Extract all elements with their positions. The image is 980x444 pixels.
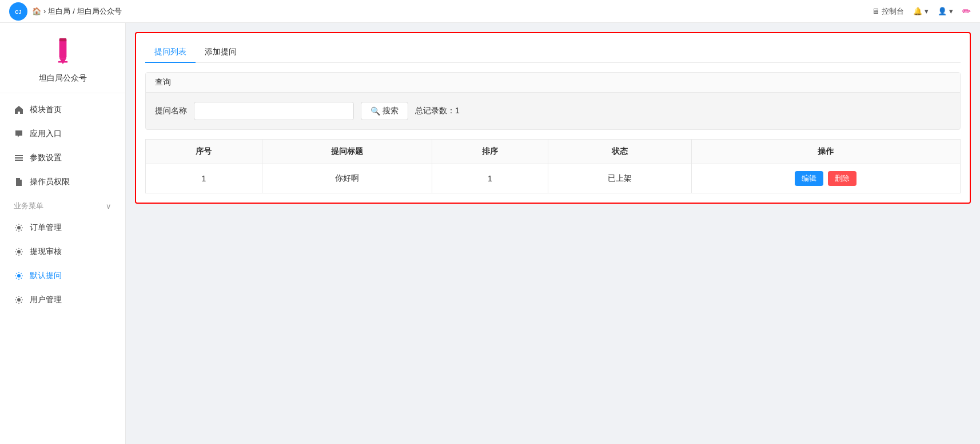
breadcrumb: 🏠 › 坦白局 / 坦白局公众号: [32, 6, 122, 17]
sidebar-item-label-withdraw: 提现审核: [30, 247, 62, 257]
header-left: CJ 🏠 › 坦白局 / 坦白局公众号: [9, 2, 122, 21]
breadcrumb-item-1[interactable]: 坦白局: [48, 6, 70, 17]
query-body: 提问名称 🔍 搜索 总记录数：1: [146, 93, 960, 129]
table-header: 序号 提问标题 排序 状态 操作: [146, 140, 961, 164]
col-status: 状态: [548, 140, 691, 164]
sidebar-item-label-user: 用户管理: [30, 295, 62, 305]
control-panel-btn[interactable]: 🖥 控制台: [872, 6, 904, 17]
sidebar-menu: 模块首页 应用入口 参数设置 操作员权限 业务菜: [0, 93, 125, 316]
sidebar-item-label-default-question: 默认提问: [30, 271, 62, 281]
col-title: 提问标题: [262, 140, 432, 164]
sidebar-item-params[interactable]: 参数设置: [0, 146, 125, 170]
cell-action: 编辑 删除: [691, 164, 960, 193]
svg-point-12: [17, 274, 21, 278]
sidebar-logo: 坦白局公众号: [0, 23, 125, 93]
cell-index: 1: [146, 164, 262, 193]
edit-btn[interactable]: ✏: [962, 5, 971, 18]
col-action: 操作: [691, 140, 960, 164]
total-count: 总记录数：1: [415, 106, 460, 116]
table-row: 1 你好啊 1 已上架 编辑 删除: [146, 164, 961, 193]
tab-add[interactable]: 添加提问: [196, 42, 246, 63]
search-icon: 🔍: [371, 106, 380, 116]
search-input[interactable]: [194, 102, 354, 120]
svg-point-11: [17, 250, 21, 253]
svg-text:CJ: CJ: [15, 9, 22, 15]
bell-icon: 🔔: [913, 7, 922, 15]
breadcrumb-item-2[interactable]: 坦白局公众号: [77, 6, 122, 17]
tab-list[interactable]: 提问列表: [145, 42, 196, 63]
sidebar: 坦白局公众号 模块首页 应用入口 参数设置: [0, 23, 126, 444]
sidebar-logo-text: 坦白局公众号: [39, 73, 87, 84]
name-label: 提问名称: [155, 106, 187, 116]
search-button[interactable]: 🔍 搜索: [361, 102, 408, 120]
pencil-logo-icon: [46, 34, 80, 69]
content-card: 提问列表 添加提问 查询 提问名称 🔍 搜索: [135, 32, 971, 204]
svg-rect-5: [15, 155, 23, 156]
sidebar-item-label-params: 参数设置: [30, 153, 62, 163]
tabs: 提问列表 添加提问: [145, 42, 961, 63]
logo-icon: CJ: [9, 2, 27, 21]
svg-point-13: [17, 298, 21, 302]
breadcrumb-icon: 🏠: [32, 7, 41, 15]
query-title: 查询: [155, 77, 171, 86]
notification-btn[interactable]: 🔔 ▾: [913, 7, 929, 15]
chevron-down-icon: ∨: [106, 202, 111, 211]
col-index: 序号: [146, 140, 262, 164]
svg-rect-4: [58, 61, 67, 63]
gear-icon-user: [14, 295, 24, 305]
section-label: 业务菜单: [14, 201, 43, 211]
content-area: 提问列表 添加提问 查询 提问名称 🔍 搜索: [126, 23, 980, 444]
sidebar-item-operator[interactable]: 操作员权限: [0, 170, 125, 194]
cell-title: 你好啊: [262, 164, 432, 193]
sidebar-item-default-question[interactable]: 默认提问: [0, 264, 125, 288]
data-table: 序号 提问标题 排序 状态 操作 1 你好啊 1 已上架 编辑: [145, 139, 961, 193]
sidebar-section-business: 业务菜单 ∨: [0, 194, 125, 216]
svg-point-10: [17, 226, 21, 229]
gear-icon-withdraw: [14, 247, 24, 257]
list-icon: [14, 153, 24, 163]
user-btn[interactable]: 👤 ▾: [938, 7, 953, 15]
delete-button[interactable]: 删除: [828, 171, 856, 186]
sidebar-item-user[interactable]: 用户管理: [0, 288, 125, 312]
table-body: 1 你好啊 1 已上架 编辑 删除: [146, 164, 961, 193]
sidebar-item-order[interactable]: 订单管理: [0, 216, 125, 240]
user-icon: 👤: [938, 7, 947, 15]
sidebar-item-withdraw[interactable]: 提现审核: [0, 240, 125, 264]
col-sort: 排序: [432, 140, 548, 164]
query-section: 查询 提问名称 🔍 搜索 总记录数：1: [145, 72, 961, 130]
main-layout: 坦白局公众号 模块首页 应用入口 参数设置: [0, 23, 980, 444]
gear-icon-order: [14, 223, 24, 233]
sidebar-item-home[interactable]: 模块首页: [0, 98, 125, 122]
cell-status: 已上架: [548, 164, 691, 193]
header-right: 🖥 控制台 🔔 ▾ 👤 ▾ ✏: [872, 5, 971, 18]
header: CJ 🏠 › 坦白局 / 坦白局公众号 🖥 控制台 🔔 ▾ 👤 ▾ ✏: [0, 0, 980, 23]
gear-icon-default-question: [14, 271, 24, 281]
sidebar-item-app[interactable]: 应用入口: [0, 122, 125, 146]
sidebar-item-label-operator: 操作员权限: [30, 177, 70, 187]
svg-rect-6: [15, 157, 23, 158]
monitor-icon: 🖥: [872, 7, 879, 15]
comment-icon: [14, 129, 24, 139]
edit-button[interactable]: 编辑: [795, 171, 823, 186]
sidebar-item-label-order: 订单管理: [30, 223, 62, 233]
query-header: 查询: [146, 73, 960, 93]
svg-rect-1: [59, 40, 66, 58]
home-icon: [14, 105, 24, 115]
pencil-icon-header: ✏: [962, 5, 971, 18]
file-icon: [14, 177, 24, 187]
svg-rect-7: [15, 160, 23, 161]
sidebar-item-label-home: 模块首页: [30, 105, 62, 115]
sidebar-item-label-app: 应用入口: [30, 129, 62, 139]
svg-marker-2: [59, 58, 66, 64]
cell-sort: 1: [432, 164, 548, 193]
svg-rect-3: [59, 38, 66, 41]
